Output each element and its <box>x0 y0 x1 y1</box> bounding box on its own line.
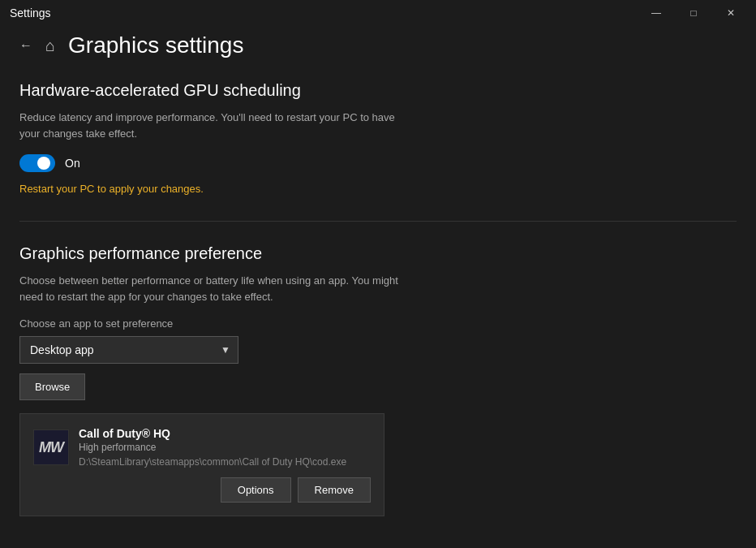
app-path: D:\SteamLibrary\steamapps\common\Call of… <box>79 456 346 468</box>
minimize-button[interactable]: — <box>638 0 675 26</box>
toggle-row: On <box>19 154 737 172</box>
app-icon: MW <box>33 429 69 465</box>
window-controls: — □ ✕ <box>638 0 750 26</box>
app-icon-text: MW <box>39 439 63 456</box>
title-bar: Settings — □ ✕ <box>0 0 756 26</box>
remove-button[interactable]: Remove <box>298 477 371 503</box>
page-header: ← ⌂ Graphics settings <box>19 32 737 58</box>
title-bar-title: Settings <box>10 6 51 19</box>
section1-description: Reduce latency and improve performance. … <box>19 110 409 141</box>
section2-description: Choose between better performance or bat… <box>19 273 409 304</box>
app-info: Call of Duty® HQ High performance D:\Ste… <box>79 427 346 468</box>
app-card: MW Call of Duty® HQ High performance D:\… <box>19 413 384 516</box>
back-button[interactable]: ← <box>19 38 32 53</box>
app-type-dropdown[interactable]: Desktop app Microsoft Store app <box>19 336 238 364</box>
gpu-scheduling-toggle[interactable] <box>19 154 55 172</box>
app-card-header: MW Call of Duty® HQ High performance D:\… <box>33 427 371 468</box>
toggle-label: On <box>65 157 80 170</box>
restart-link[interactable]: Restart your PC to apply your changes. <box>19 183 204 195</box>
content-area: ← ⌂ Graphics settings Hardware-accelerat… <box>0 26 756 548</box>
divider <box>19 221 737 222</box>
section2-title: Graphics performance preference <box>19 244 737 263</box>
choose-app-label: Choose an app to set preference <box>19 317 737 330</box>
home-icon: ⌂ <box>45 37 55 55</box>
section1-title: Hardware-accelerated GPU scheduling <box>19 81 737 100</box>
gpu-scheduling-section: Hardware-accelerated GPU scheduling Redu… <box>19 81 737 195</box>
options-button[interactable]: Options <box>221 477 291 503</box>
app-name: Call of Duty® HQ <box>79 427 346 440</box>
app-type-dropdown-container: Desktop app Microsoft Store app ▼ <box>19 336 238 364</box>
browse-button[interactable]: Browse <box>19 373 85 400</box>
app-card-actions: Options Remove <box>33 477 371 503</box>
close-button[interactable]: ✕ <box>712 0 750 26</box>
app-performance: High performance <box>79 442 346 453</box>
page-title: Graphics settings <box>68 32 243 58</box>
maximize-button[interactable]: □ <box>675 0 712 26</box>
graphics-preference-section: Graphics performance preference Choose b… <box>19 244 737 516</box>
